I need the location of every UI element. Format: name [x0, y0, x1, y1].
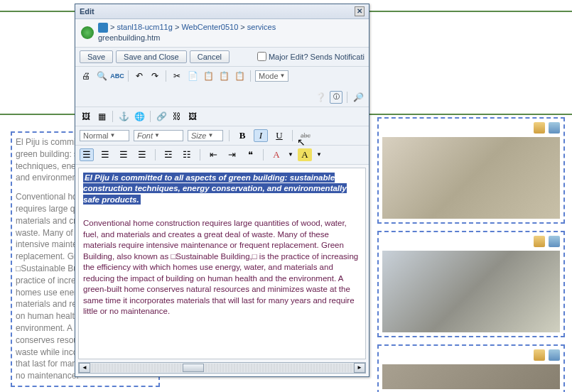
- breadcrumb-file: greenbuilding.htm: [98, 33, 160, 42]
- outdent-button[interactable]: ⇤: [206, 148, 220, 161]
- selected-text[interactable]: El Piju is committed to all aspects of g…: [83, 173, 347, 205]
- refresh-icon[interactable]: [549, 349, 560, 361]
- redo-icon[interactable]: ↷: [149, 70, 161, 82]
- dialog-titlebar[interactable]: Edit ✕: [75, 4, 369, 19]
- preview-icon[interactable]: 🔍: [95, 70, 108, 82]
- image-placeholder: [382, 137, 560, 219]
- format-row-2: ☰ ☰ ☰ ☰ ☲ ☷ ⇤ ⇥ ❝ A ▼ A ▼: [75, 146, 369, 165]
- image-panel-1: [377, 117, 565, 224]
- major-edit-input[interactable]: [257, 52, 266, 61]
- media-icon[interactable]: 🖼: [186, 110, 199, 123]
- paste-special-icon[interactable]: 📋: [217, 70, 230, 82]
- site-icon: [98, 23, 108, 33]
- horizontal-scrollbar[interactable]: ◄ ►: [78, 362, 366, 374]
- help-icon[interactable]: ❔: [314, 91, 327, 104]
- image-panel-2: [377, 231, 565, 337]
- italic-button[interactable]: I: [254, 129, 268, 142]
- paragraph-dropdown[interactable]: Normal▼: [80, 130, 129, 141]
- blockquote-button[interactable]: ❝: [243, 148, 257, 161]
- align-right-button[interactable]: ☰: [117, 148, 131, 161]
- underline-button[interactable]: U: [272, 129, 286, 142]
- bold-button[interactable]: B: [235, 129, 249, 142]
- back-icon[interactable]: [81, 26, 94, 39]
- editor-area[interactable]: El Piju is committed to all aspects of g…: [78, 168, 366, 359]
- anchor-icon[interactable]: ⚓: [117, 110, 130, 123]
- paste-icon[interactable]: 📋: [202, 70, 215, 82]
- bg-color-button[interactable]: A: [298, 148, 312, 161]
- image-icon[interactable]: 🖼: [80, 110, 92, 123]
- breadcrumb-seg1[interactable]: stanl18-ucm11g: [117, 23, 173, 31]
- spellcheck-icon[interactable]: ABC: [111, 70, 124, 82]
- align-center-button[interactable]: ☰: [98, 148, 112, 161]
- button-row: Save Save and Close Cancel Major Edit? S…: [75, 48, 369, 67]
- doc-icon[interactable]: [534, 122, 545, 134]
- find-icon[interactable]: 🔎: [352, 91, 365, 104]
- size-dropdown[interactable]: Size▼: [188, 130, 223, 141]
- font-dropdown[interactable]: Font▼: [134, 130, 183, 141]
- toolbar-row-1: 🖨 🔍 ABC ↶ ↷ ✂ 📄 📋 📋 📋 Mode▼ ❔ ⓘ 🔎: [75, 67, 369, 107]
- numbered-list-button[interactable]: ☲: [161, 148, 176, 161]
- scroll-left-button[interactable]: ◄: [79, 363, 90, 373]
- major-edit-checkbox[interactable]: Major Edit? Sends Notificati: [257, 52, 365, 61]
- cut-icon[interactable]: ✂: [171, 70, 183, 82]
- indent-button[interactable]: ⇥: [225, 148, 239, 161]
- save-button[interactable]: Save: [80, 50, 113, 63]
- scroll-track[interactable]: [90, 364, 354, 372]
- unlink-icon[interactable]: ⛓: [171, 110, 183, 123]
- link-icon[interactable]: 🔗: [155, 110, 168, 123]
- edit-dialog: Edit ✕ > stanl18-ucm11g > WebCenter0510 …: [75, 4, 369, 377]
- format-row-1: Normal▼ Font▼ Size▼ B I U abc: [75, 126, 369, 146]
- globe-icon[interactable]: 🌐: [133, 110, 146, 123]
- bullet-list-button[interactable]: ☷: [180, 148, 194, 161]
- refresh-icon[interactable]: [549, 122, 560, 134]
- align-left-button[interactable]: ☰: [80, 148, 94, 161]
- refresh-icon[interactable]: [549, 236, 560, 247]
- dialog-title: Edit: [80, 7, 95, 16]
- paste-word-icon[interactable]: 📋: [233, 70, 246, 82]
- align-justify-button[interactable]: ☰: [135, 148, 149, 161]
- body-text[interactable]: Conventional home construction requires …: [83, 218, 361, 317]
- info-icon[interactable]: ⓘ: [330, 91, 342, 104]
- scroll-thumb[interactable]: [183, 364, 204, 372]
- save-close-button[interactable]: Save and Close: [116, 50, 187, 63]
- copy-icon[interactable]: 📄: [186, 70, 199, 82]
- cancel-button[interactable]: Cancel: [190, 50, 230, 63]
- close-icon[interactable]: ✕: [355, 6, 365, 16]
- breadcrumb-seg3[interactable]: services: [247, 23, 276, 31]
- strike-button[interactable]: abc: [298, 129, 313, 142]
- doc-icon[interactable]: [534, 349, 545, 361]
- doc-icon[interactable]: [534, 236, 545, 247]
- image-panel-3: [377, 344, 565, 392]
- breadcrumb: > stanl18-ucm11g > WebCenter0510 > servi…: [75, 19, 369, 48]
- scroll-right-button[interactable]: ►: [354, 363, 365, 373]
- undo-icon[interactable]: ↶: [133, 70, 146, 82]
- print-icon[interactable]: 🖨: [80, 70, 92, 82]
- table-icon[interactable]: ▦: [95, 110, 108, 123]
- toolbar-row-2: 🖼 ▦ ⚓ 🌐 🔗 ⛓ 🖼: [75, 107, 369, 126]
- breadcrumb-seg2[interactable]: WebCenter0510: [181, 23, 238, 31]
- image-placeholder: [382, 251, 560, 332]
- image-placeholder: [382, 364, 560, 389]
- mode-dropdown[interactable]: Mode▼: [255, 70, 288, 82]
- text-color-button[interactable]: A: [269, 148, 284, 161]
